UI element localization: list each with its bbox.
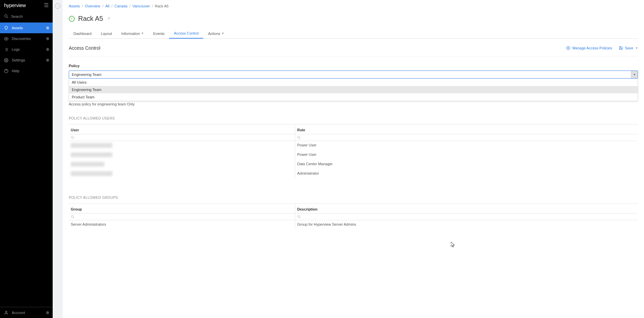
table-row[interactable]: Data Center Manager	[69, 160, 638, 169]
policy-dropdown: All Users Engineering Team Product Team	[69, 79, 638, 101]
plus-icon[interactable]: ⊕	[46, 47, 49, 52]
search-icon	[4, 14, 8, 18]
svg-line-19	[73, 217, 74, 218]
users-section-header: POLICY ALLOWED USERS	[69, 116, 638, 124]
section-title: Access Control	[69, 45, 100, 51]
sidebar-item-account[interactable]: Account ⊕	[0, 307, 53, 318]
column-description[interactable]: Description	[295, 204, 638, 213]
column-group[interactable]: Group	[69, 204, 295, 213]
svg-point-0	[5, 15, 7, 17]
sidebar-item-label: Account	[12, 311, 25, 315]
tab-actions[interactable]: Actions▼	[203, 29, 229, 38]
plus-icon[interactable]: ⊕	[46, 36, 49, 41]
policy-option[interactable]: Product Team	[69, 93, 638, 101]
tab-events[interactable]: Events	[149, 29, 169, 38]
collapse-sidebar-button[interactable]: →	[55, 3, 60, 9]
tab-access-control[interactable]: Access Control	[169, 29, 203, 39]
svg-point-14	[71, 136, 73, 138]
breadcrumb-link[interactable]: Overview	[85, 4, 100, 8]
app-logo: hyperview	[4, 2, 26, 8]
breadcrumb-link[interactable]: Vancouver	[132, 4, 150, 8]
svg-point-2	[6, 38, 7, 39]
breadcrumb-link[interactable]: Assets	[69, 4, 80, 8]
sidebar-item-assets[interactable]: Assets ⊕	[0, 22, 53, 33]
description-cell: Group for Hyperview Server Admins	[295, 220, 638, 228]
plus-icon[interactable]: ⊕	[46, 310, 49, 315]
user-filter-input[interactable]	[69, 134, 295, 141]
sidebar-item-label: Help	[12, 69, 19, 73]
tab-layout[interactable]: Layout	[96, 29, 117, 38]
sidebar-item-discoveries[interactable]: Discoveries ⊕	[0, 33, 53, 44]
redacted-user	[71, 143, 112, 148]
bulb-icon	[4, 26, 8, 30]
search-icon	[71, 136, 74, 139]
users-table: User Role Power User Power User Data Cen…	[69, 124, 638, 179]
sidebar-item-logs[interactable]: Logs ⊕	[0, 44, 53, 55]
svg-line-21	[300, 217, 301, 218]
policy-value: Engineering Team	[69, 73, 631, 77]
role-cell: Administrator	[295, 169, 638, 179]
list-icon	[4, 47, 8, 52]
sidebar-item-label: Logs	[12, 47, 20, 51]
role-cell: Power User	[295, 141, 638, 150]
page-title: Rack A5	[78, 15, 103, 22]
breadcrumb-link[interactable]: Canada	[114, 4, 127, 8]
gear-icon	[4, 58, 8, 62]
redacted-user	[71, 152, 112, 157]
breadcrumb: Assets/ Overview/ All/ Canada/ Vancouver…	[69, 4, 638, 8]
table-row[interactable]: Power User	[69, 150, 638, 160]
pin-icon[interactable]: 📌︎	[106, 16, 111, 21]
chevron-down-icon: ▼	[141, 32, 144, 35]
redacted-user	[71, 171, 112, 176]
sidebar-item-label: Discoveries	[12, 37, 31, 41]
groups-section-header: POLICY ALLOWED GROUPS	[69, 195, 638, 203]
plus-icon[interactable]: ⊕	[46, 58, 49, 62]
svg-point-16	[298, 136, 300, 138]
svg-line-17	[300, 138, 301, 139]
policy-select[interactable]: Engineering Team ▼	[69, 71, 638, 79]
sidebar-item-help[interactable]: Help	[0, 65, 53, 76]
manage-policies-button[interactable]: Manage Access Policies	[566, 46, 612, 50]
eye-icon	[4, 37, 8, 41]
tab-information[interactable]: Information▼	[117, 29, 149, 38]
table-row[interactable]: Power User	[69, 141, 638, 150]
svg-point-20	[298, 215, 300, 217]
chevron-down-icon[interactable]: ▼	[631, 71, 638, 78]
tab-dashboard[interactable]: Dashboard	[69, 29, 96, 38]
role-filter-input[interactable]	[295, 134, 638, 141]
table-row[interactable]: Server Administrators Group for Hypervie…	[69, 220, 638, 228]
svg-point-13	[568, 48, 569, 49]
chevron-down-icon: ▼	[222, 32, 224, 35]
svg-point-18	[71, 215, 73, 217]
status-ok-icon: ✓	[69, 16, 75, 22]
svg-point-12	[5, 311, 7, 312]
table-row[interactable]: Administrator	[69, 169, 638, 179]
policy-option[interactable]: All Users	[69, 79, 638, 86]
search-icon	[297, 136, 301, 139]
role-cell: Power User	[295, 150, 638, 160]
sidebar-item-label: Assets	[12, 26, 23, 30]
column-user[interactable]: User	[69, 125, 295, 134]
breadcrumb-current: Rack A5	[155, 4, 169, 8]
breadcrumb-link[interactable]: All	[105, 4, 109, 8]
groups-table: Group Description Server Administrators …	[69, 203, 638, 228]
question-icon	[4, 69, 8, 73]
gear-icon	[566, 46, 570, 50]
description-filter-input[interactable]	[295, 214, 638, 220]
svg-line-15	[73, 138, 74, 139]
role-cell: Data Center Manager	[295, 160, 638, 169]
search-placeholder: Search	[11, 14, 23, 18]
plus-icon[interactable]: ⊕	[46, 26, 49, 30]
sidebar-item-label: Settings	[12, 58, 25, 62]
chevron-down-icon: ▼	[635, 47, 638, 50]
sidebar-item-settings[interactable]: Settings ⊕	[0, 55, 53, 65]
column-role[interactable]: Role	[295, 125, 638, 134]
policy-option[interactable]: Engineering Team	[69, 86, 638, 93]
save-button[interactable]: Save ▼	[619, 46, 638, 50]
search-input[interactable]: Search	[0, 10, 53, 22]
redacted-user	[71, 162, 104, 167]
user-icon	[4, 311, 8, 315]
policy-description: Access policy for engineering team Only	[69, 102, 638, 106]
menu-toggle-icon[interactable]: ☰	[44, 2, 49, 8]
group-filter-input[interactable]	[69, 214, 295, 220]
